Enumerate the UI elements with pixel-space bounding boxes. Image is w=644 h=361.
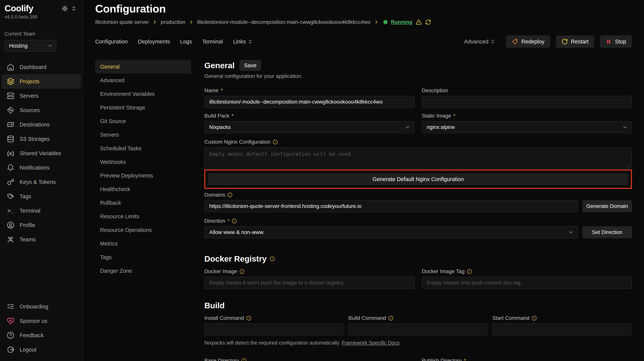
breadcrumb-environment[interactable]: production <box>161 19 186 25</box>
info-icon[interactable] <box>241 358 246 361</box>
info-icon[interactable] <box>240 269 244 274</box>
sidebar-item-keys-tokens[interactable]: Keys & Tokens <box>2 175 81 189</box>
sidebar-item-servers[interactable]: Servers <box>2 89 81 103</box>
docker-image-field[interactable] <box>204 277 414 289</box>
sidebar-item-notifications[interactable]: Notifications <box>2 160 81 175</box>
section-title-docker-registry: Docker Registry <box>204 254 267 263</box>
direction-label: Direction* <box>204 218 632 224</box>
breadcrumb-project[interactable]: illicitonion quote server <box>95 19 149 25</box>
sidebar-item-tags[interactable]: Tags <box>2 189 81 204</box>
info-icon[interactable] <box>246 316 251 321</box>
subnav-danger-zone[interactable]: Danger Zone <box>95 264 191 278</box>
build-command-field[interactable] <box>348 323 488 335</box>
build-pack-select[interactable]: Nixpacks <box>204 121 414 133</box>
subnav-healthcheck[interactable]: Healthcheck <box>95 182 191 196</box>
sidebar-item-label: Logout <box>20 347 36 353</box>
static-image-select[interactable]: nginx:alpine <box>422 121 632 133</box>
redeploy-label: Redeploy <box>521 39 544 45</box>
sidebar-item-label: Teams <box>20 236 36 243</box>
generate-nginx-config-button[interactable]: Generate Default Nginx Configuration <box>208 173 628 185</box>
tab-logs[interactable]: Logs <box>180 39 192 45</box>
bell-icon <box>7 164 14 171</box>
redeploy-icon <box>512 38 518 45</box>
build-pack-label: Build Pack* <box>204 113 414 119</box>
subnav-webhooks[interactable]: Webhooks <box>95 155 191 169</box>
tab-terminal[interactable]: Terminal <box>202 39 223 45</box>
docker-image-tag-field[interactable] <box>422 277 632 289</box>
subnav-servers[interactable]: Servers <box>95 128 191 142</box>
subnav-environment-variables[interactable]: Environment Variables <box>95 87 191 101</box>
layers-icon <box>7 78 14 85</box>
tab-links[interactable]: Links <box>233 39 253 45</box>
domains-field[interactable] <box>204 200 578 212</box>
subnav-metrics[interactable]: Metrics <box>95 237 191 250</box>
sidebar-item-sources[interactable]: Sources <box>2 103 81 117</box>
tab-configuration[interactable]: Configuration <box>95 39 128 45</box>
sidebar-item-projects[interactable]: Projects <box>2 74 81 89</box>
subnav-scheduled-tasks[interactable]: Scheduled Tasks <box>95 142 191 155</box>
sidebar-item-feedback[interactable]: Feedback <box>2 328 81 342</box>
theme-chevrons-icon[interactable] <box>71 6 77 11</box>
description-field[interactable] <box>422 96 632 108</box>
direction-select[interactable]: Allow www & non-www. <box>204 226 578 238</box>
info-icon[interactable] <box>467 269 472 274</box>
sidebar-item-label: Notifications <box>20 165 50 171</box>
tab-links-label: Links <box>233 39 246 45</box>
breadcrumb: illicitonion quote server production ill… <box>95 19 632 25</box>
sidebar-item-profile[interactable]: Profile <box>2 218 81 232</box>
warning-triangle-icon[interactable] <box>416 19 422 25</box>
sidebar-item-label: Terminal <box>20 208 40 214</box>
subnav-git-source[interactable]: Git Source <box>95 114 191 128</box>
subnav-rollback[interactable]: Rollback <box>95 196 191 210</box>
install-command-label: Install Command <box>204 315 344 321</box>
sidebar-item-destinations[interactable]: Destinations <box>2 117 81 132</box>
subnav-advanced[interactable]: Advanced <box>95 74 191 87</box>
sidebar-item-onboarding[interactable]: Onboarding <box>2 299 81 314</box>
sidebar-item-label: Shared Variables <box>20 150 61 157</box>
sidebar-item-s3-storages[interactable]: S3 Storages <box>2 132 81 146</box>
chevron-right-icon <box>189 20 194 25</box>
sidebar-item-logout[interactable]: Logout <box>2 342 81 357</box>
info-icon[interactable] <box>232 218 237 224</box>
checklist-icon <box>7 303 14 310</box>
tab-deployments[interactable]: Deployments <box>138 39 170 45</box>
publish-directory-label: Publish Directory* <box>422 357 632 361</box>
sidebar-item-teams[interactable]: Teams <box>2 232 81 247</box>
home-icon <box>7 63 14 71</box>
generate-domain-button[interactable]: Generate Domain <box>582 200 632 212</box>
refresh-icon[interactable] <box>425 19 431 25</box>
subnav-tags[interactable]: Tags <box>95 250 191 264</box>
set-direction-button[interactable]: Set Direction <box>582 226 632 238</box>
breadcrumb-application[interactable]: illicitestonion/-module--decomposition:m… <box>197 19 370 25</box>
sidebar-item-terminal[interactable]: >_ Terminal <box>2 204 81 218</box>
stop-button[interactable]: Stop <box>600 35 632 48</box>
subnav-resource-limits[interactable]: Resource Limits <box>95 210 191 223</box>
subnav-resource-operations[interactable]: Resource Operations <box>95 223 191 237</box>
install-command-field[interactable] <box>204 323 344 335</box>
info-icon[interactable] <box>273 140 278 145</box>
subnav-persistent-storage[interactable]: Persistent Storage <box>95 101 191 114</box>
status-badge[interactable]: Running <box>391 19 412 25</box>
sidebar-item-label: Tags <box>20 193 31 200</box>
info-icon[interactable] <box>228 192 232 197</box>
name-field[interactable] <box>204 96 414 108</box>
resize-handle[interactable] <box>626 163 630 167</box>
subnav-preview-deployments[interactable]: Preview Deployments <box>95 169 191 182</box>
advanced-menu[interactable]: Advanced <box>464 39 495 45</box>
framework-docs-link[interactable]: Framework Specific Docs <box>342 340 400 346</box>
theme-sun-icon[interactable] <box>62 5 68 12</box>
start-command-field[interactable] <box>492 323 632 335</box>
sidebar-item-sponsor[interactable]: Sponsor us <box>2 314 81 328</box>
info-icon[interactable] <box>388 316 394 321</box>
redeploy-button[interactable]: Redeploy <box>506 35 550 48</box>
sidebar-item-label: Destinations <box>20 122 50 128</box>
team-select[interactable]: Hosting <box>4 40 56 52</box>
sidebar-item-dashboard[interactable]: Dashboard <box>2 60 81 74</box>
nginx-config-textarea[interactable]: Empty means default configuration will b… <box>204 147 632 169</box>
info-icon[interactable] <box>532 316 537 321</box>
save-button[interactable]: Save <box>240 60 261 71</box>
info-icon[interactable] <box>270 256 275 261</box>
restart-button[interactable]: Restart <box>556 35 594 48</box>
sidebar-item-shared-variables[interactable]: (x) Shared Variables <box>2 146 81 160</box>
subnav-general[interactable]: General <box>95 60 191 74</box>
